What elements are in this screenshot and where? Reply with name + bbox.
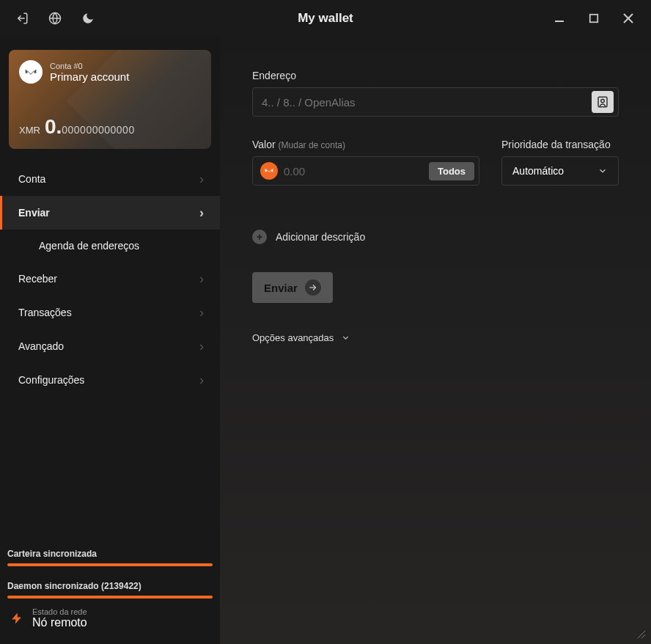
moon-icon[interactable]	[81, 11, 95, 26]
priority-select[interactable]: Automático	[501, 156, 619, 186]
chevron-right-icon: ›	[199, 172, 204, 187]
wallet-sync-label: Carteira sincronizada	[7, 549, 213, 559]
balance-decimal: 000000000000	[62, 124, 134, 136]
chevron-right-icon: ›	[199, 271, 204, 287]
network-status-value: Nó remoto	[32, 616, 87, 629]
resize-handle-icon[interactable]	[636, 629, 647, 640]
arrow-right-icon	[305, 279, 321, 296]
amount-label-text: Valor	[252, 139, 276, 150]
chevron-down-icon	[341, 333, 350, 343]
chevron-right-icon: ›	[199, 373, 204, 388]
main-panel: Endereço Valor (Mudar de conta) Todos	[220, 37, 651, 644]
amount-change-account-link[interactable]: (Mudar de conta)	[279, 140, 345, 150]
account-index-label: Conta #0	[50, 62, 129, 70]
wallet-sync-progress	[7, 563, 213, 566]
amount-input[interactable]	[278, 165, 429, 178]
daemon-sync-progress	[7, 596, 213, 599]
svg-line-12	[638, 631, 646, 639]
chevron-right-icon: ›	[199, 305, 204, 321]
logout-icon[interactable]	[15, 11, 29, 26]
svg-line-13	[641, 634, 645, 638]
status-panel: Carteira sincronizada Daemon sincronizad…	[0, 549, 220, 644]
titlebar: My wallet	[0, 0, 651, 37]
amount-input-wrap: Todos	[252, 156, 479, 186]
nav-address-book[interactable]: Agenda de endereços	[0, 230, 220, 262]
nav-send-label: Enviar	[18, 207, 50, 219]
send-button-label: Enviar	[264, 282, 298, 294]
address-input-wrap	[252, 87, 619, 117]
account-card[interactable]: Conta #0 Primary account XMR 0.000000000…	[9, 50, 211, 149]
nav-settings[interactable]: Configurações ›	[0, 363, 220, 397]
nav-account[interactable]: Conta ›	[0, 162, 220, 196]
balance-currency: XMR	[19, 125, 40, 136]
nav-advanced-label: Avançado	[18, 340, 64, 352]
priority-label: Prioridade da transação	[501, 139, 619, 150]
nav-settings-label: Configurações	[18, 374, 84, 386]
globe-icon[interactable]	[48, 11, 62, 26]
balance-display: XMR 0.000000000000	[19, 115, 135, 139]
sidebar: Conta #0 Primary account XMR 0.000000000…	[0, 37, 220, 644]
network-status-label: Estado da rede	[32, 607, 87, 616]
nav-advanced[interactable]: Avançado ›	[0, 329, 220, 363]
balance-integer: 0.	[45, 115, 62, 138]
monero-logo-icon	[19, 60, 43, 84]
add-description-button[interactable]: + Adicionar descrição	[252, 230, 619, 244]
window-title: My wallet	[298, 11, 353, 26]
nav-transactions-label: Transações	[18, 307, 72, 318]
nav-receive[interactable]: Receber ›	[0, 262, 220, 296]
nav-transactions[interactable]: Transações ›	[0, 296, 220, 329]
svg-rect-4	[590, 15, 598, 23]
address-book-icon[interactable]	[592, 91, 614, 113]
nav-send[interactable]: Enviar ›	[0, 196, 220, 230]
nav-address-book-label: Agenda de endereços	[39, 240, 139, 252]
svg-point-9	[601, 99, 605, 103]
amount-label: Valor (Mudar de conta)	[252, 139, 479, 150]
chevron-right-icon: ›	[199, 205, 204, 221]
nav-receive-label: Receber	[18, 273, 57, 285]
address-input[interactable]	[262, 96, 592, 109]
close-button[interactable]	[620, 10, 636, 26]
daemon-sync-label: Daemon sincronizado (2139422)	[7, 581, 213, 591]
add-description-label: Adicionar descrição	[276, 231, 365, 243]
account-name: Primary account	[50, 70, 129, 83]
priority-value: Automático	[512, 165, 564, 177]
address-label: Endereço	[252, 70, 619, 81]
amount-all-button[interactable]: Todos	[429, 162, 474, 180]
minimize-button[interactable]	[551, 10, 567, 26]
monero-icon	[260, 162, 278, 180]
nav-account-label: Conta	[18, 173, 45, 185]
send-button[interactable]: Enviar	[252, 272, 333, 303]
chevron-right-icon: ›	[199, 339, 204, 354]
chevron-down-icon	[597, 166, 608, 176]
lightning-icon	[10, 609, 23, 628]
maximize-button[interactable]	[586, 10, 602, 26]
advanced-options-toggle[interactable]: Opções avançadas	[252, 332, 619, 343]
plus-icon: +	[252, 230, 267, 244]
advanced-options-label: Opções avançadas	[252, 332, 334, 343]
